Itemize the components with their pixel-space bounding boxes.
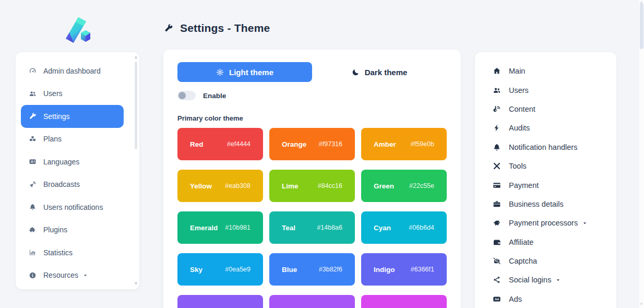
color-swatch-orange[interactable]: Orange#f97316: [269, 128, 355, 160]
page-scrollbar-thumb[interactable]: [640, 3, 643, 49]
swatch-name: Lime: [282, 182, 299, 190]
sidebar-item-label: Notification handlers: [509, 143, 577, 151]
sidebar-item-audits[interactable]: Audits: [475, 119, 616, 137]
enable-toggle[interactable]: [177, 91, 196, 100]
color-swatch-grid: Red#ef4444Orange#f97316Amber#f59e0bYello…: [177, 128, 447, 308]
color-swatch-violet[interactable]: Violet#8b5cf6: [177, 295, 263, 308]
sidebar-item-tools[interactable]: Tools: [475, 157, 616, 175]
sidebar-item-users[interactable]: Users: [475, 80, 616, 99]
wrench-icon: [28, 112, 37, 121]
sidebar-item-content[interactable]: Content: [475, 100, 616, 119]
scroll-down-icon[interactable]: ▼: [134, 281, 138, 286]
sidebar-item-captcha[interactable]: Captcha: [475, 252, 616, 270]
sidebar-item-users-notifications[interactable]: Users notifications: [21, 196, 124, 219]
light-theme-button[interactable]: Light theme: [177, 62, 312, 82]
color-swatch-amber[interactable]: Amber#f59e0b: [361, 128, 447, 160]
chevron-down-icon: [82, 273, 88, 278]
sidebar-item-payment-processors[interactable]: Payment processors: [475, 214, 616, 232]
sidebar-item-label: Users: [509, 86, 529, 94]
color-swatch-purple[interactable]: Purple#a855f7: [269, 295, 355, 308]
swatch-hex: #6366f1: [411, 266, 434, 273]
swatch-hex: #14b8a6: [317, 224, 342, 231]
color-swatch-yellow[interactable]: Yellow#eab308: [177, 170, 263, 202]
swatch-hex: #84cc16: [318, 182, 342, 189]
toggle-knob: [178, 92, 186, 99]
color-swatch-fuchsia[interactable]: Fuchsia#d946ef: [361, 295, 447, 308]
sidebar-item-label: Content: [509, 105, 535, 113]
home-icon: [492, 67, 501, 76]
blog-icon: [492, 104, 501, 113]
color-swatch-indigo[interactable]: Indigo#6366f1: [361, 253, 447, 286]
enable-label: Enable: [203, 92, 226, 100]
sidebar-item-label: Ads: [509, 295, 522, 303]
swatch-hex: #06b6d4: [409, 224, 434, 231]
sidebar-item-label: Audits: [509, 124, 530, 132]
sidebar-item-plugins[interactable]: Plugins: [21, 219, 124, 242]
sun-icon: [216, 68, 224, 76]
color-swatch-green[interactable]: Green#22c55e: [361, 170, 447, 202]
page-header: Settings - Theme: [164, 22, 270, 34]
sidebar-item-affiliate[interactable]: Affiliate: [475, 233, 616, 252]
color-swatch-sky[interactable]: Sky#0ea5e9: [177, 253, 263, 286]
robot-slash-icon: [492, 257, 501, 266]
tools-icon: [492, 162, 501, 171]
sidebar-item-label: Social logins: [509, 276, 551, 284]
swatch-hex: #ef4444: [227, 140, 251, 148]
color-swatch-blue[interactable]: Blue#3b82f6: [269, 253, 355, 286]
page-scrollbar-track[interactable]: ▲ ▼: [639, 0, 644, 308]
sidebar-item-label: Plugins: [43, 226, 67, 234]
theme-mode-selector: Light themeDark theme: [177, 62, 447, 82]
sidebar-item-ads[interactable]: AdAds: [475, 290, 616, 308]
swatch-hex: #0ea5e9: [225, 266, 251, 273]
theme-tab-label: Light theme: [229, 68, 273, 77]
sidebar-item-label: Main: [509, 67, 525, 75]
sidebar-item-label: Affiliate: [509, 238, 533, 246]
sidebar-item-label: Payment processors: [509, 219, 578, 227]
sidebar-item-label: Payment: [509, 181, 539, 189]
sidebar-item-admin-dashboard[interactable]: Admin dashboard: [21, 60, 124, 82]
swatch-name: Teal: [282, 224, 295, 232]
color-swatch-emerald[interactable]: Emerald#10b981: [177, 211, 263, 244]
color-swatch-cyan[interactable]: Cyan#06b6d4: [361, 211, 447, 244]
piggy-bank-icon: [492, 219, 501, 228]
puzzle-icon: [28, 226, 37, 234]
sidebar-item-languages[interactable]: Languages: [21, 150, 124, 173]
sidebar-item-settings[interactable]: Settings: [21, 105, 124, 128]
users-icon: [492, 86, 501, 94]
ad-icon: Ad: [492, 294, 501, 303]
sidebar-item-users[interactable]: Users: [21, 82, 124, 105]
sidebar-item-main[interactable]: Main: [475, 62, 616, 80]
sidebar-item-label: Settings: [43, 112, 70, 121]
sidebar-item-resources[interactable]: Resources: [21, 264, 124, 287]
broadcast-icon: [28, 180, 37, 188]
dark-theme-button[interactable]: Dark theme: [312, 62, 447, 82]
sidebar-item-broadcasts[interactable]: Broadcasts: [21, 173, 124, 196]
left-sidebar: Admin dashboardUsersSettingsPlansLanguag…: [16, 52, 139, 289]
chart-icon: [28, 248, 37, 257]
page-scroll-down-icon[interactable]: ▼: [639, 302, 643, 306]
sidebar-item-label: Statistics: [43, 248, 73, 257]
sidebar-item-statistics[interactable]: Statistics: [21, 241, 124, 264]
sidebar-item-social-logins[interactable]: Social logins: [475, 270, 616, 289]
sidebar-item-notification-handlers[interactable]: Notification handlers: [475, 138, 616, 157]
wallet-icon: [492, 238, 501, 246]
color-swatch-lime[interactable]: Lime#84cc16: [269, 170, 355, 202]
sidebar-item-plans[interactable]: Plans: [21, 128, 124, 151]
share-nodes-icon: [492, 276, 501, 285]
color-swatch-red[interactable]: Red#ef4444: [177, 128, 263, 160]
swatch-name: Emerald: [190, 224, 218, 232]
sidebar-item-business-details[interactable]: Business details: [475, 195, 616, 214]
app-logo[interactable]: [63, 16, 94, 45]
moon-icon: [352, 68, 360, 76]
color-swatch-teal[interactable]: Teal#14b8a6: [269, 211, 355, 244]
page-title: Settings - Theme: [180, 22, 270, 34]
chevron-down-icon: [582, 220, 588, 226]
sidebar-item-payment[interactable]: Payment: [475, 175, 616, 194]
scroll-up-icon[interactable]: ▲: [134, 55, 138, 60]
right-sidebar: MainUsersContentAuditsNotification handl…: [475, 52, 616, 308]
swatch-name: Yellow: [190, 182, 212, 190]
swatch-name: Green: [374, 182, 394, 190]
boxes-icon: [28, 135, 37, 143]
users-icon: [28, 89, 37, 98]
sidebar-scrollbar-thumb[interactable]: [135, 62, 137, 149]
